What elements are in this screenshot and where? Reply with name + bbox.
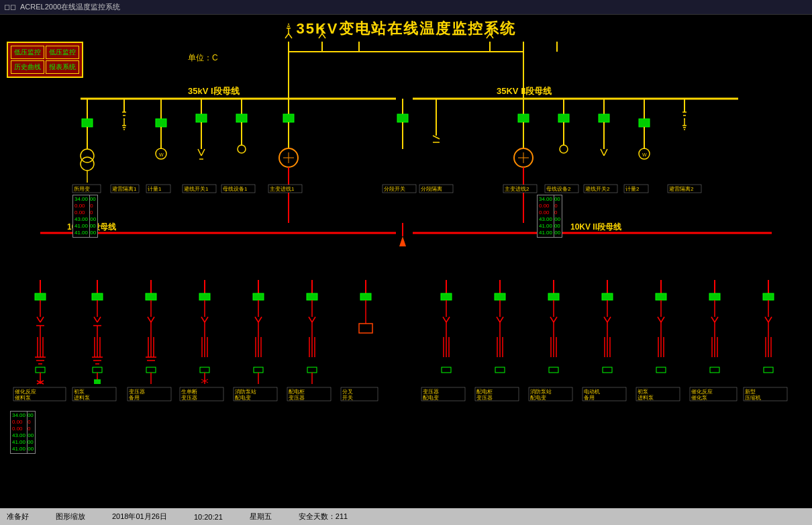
meas-maintrans-2: 34.00 0.00 0.00 43.00 41.00 41.00: [72, 195, 90, 238]
svg-rect-156: [93, 367, 102, 373]
svg-rect-252: [656, 293, 666, 300]
svg-line-146: [94, 317, 97, 322]
svg-marker-98: [399, 236, 406, 246]
svg-text:初泵: 初泵: [74, 389, 85, 395]
app-icon: ◻◻: [4, 3, 16, 11]
svg-rect-47: [236, 114, 247, 122]
bus35kv-2-label: 35KV II段母线: [497, 86, 552, 96]
svg-text:压缩机: 压缩机: [745, 395, 761, 401]
svg-text:10KV II段母线: 10KV II段母线: [570, 222, 622, 232]
svg-line-77: [601, 149, 604, 156]
svg-rect-194: [254, 367, 263, 373]
svg-text:消防泵站: 消防泵站: [530, 389, 552, 395]
svg-rect-160: [146, 293, 156, 300]
svg-line-264: [711, 317, 715, 322]
svg-line-214: [443, 317, 446, 322]
svg-rect-36: [156, 119, 166, 127]
svg-text:催化反应: 催化反应: [691, 389, 713, 395]
svg-text:变压器: 变压器: [476, 395, 493, 401]
svg-line-61: [433, 136, 440, 139]
svg-rect-58: [397, 114, 408, 122]
svg-text:进料泵: 进料泵: [638, 395, 654, 401]
title-bar: ◻◻ ACREL2000在线温度监控系统: [0, 0, 812, 15]
svg-line-255: [661, 317, 664, 322]
svg-rect-262: [709, 293, 720, 300]
svg-text:所用变: 所用变: [74, 186, 90, 192]
svg-text:开关: 开关: [342, 395, 353, 401]
svg-point-24: [81, 149, 94, 162]
svg-text:初泵: 初泵: [638, 389, 648, 395]
svg-text:避雷隔离2: 避雷隔离2: [669, 186, 694, 192]
svg-line-78: [604, 149, 607, 156]
svg-line-43: [198, 149, 201, 156]
svg-text:催化泵: 催化泵: [691, 395, 707, 401]
svg-text:变压器: 变压器: [289, 395, 305, 401]
svg-rect-205: [307, 367, 317, 373]
svg-text:避线开关2: 避线开关2: [585, 186, 610, 192]
svg-text:分叉: 分叉: [342, 389, 353, 395]
svg-line-254: [658, 317, 661, 322]
svg-rect-222: [495, 293, 505, 300]
svg-text:母线设备1: 母线设备1: [223, 186, 248, 192]
status-date: 2018年01月26日: [112, 512, 167, 522]
svg-text:W: W: [642, 152, 647, 157]
svg-rect-158: [94, 379, 101, 384]
svg-text:避线开关1: 避线开关1: [184, 186, 209, 192]
svg-text:配电变: 配电变: [235, 395, 251, 401]
main-area: 35KV变电站在线温度监控系统 低压监控 低压监控 历史曲线 报表系统 单位：C…: [0, 15, 812, 508]
svg-text:备用: 备用: [584, 395, 595, 401]
svg-rect-232: [548, 293, 559, 300]
app-title: ACREL2000在线温度监控系统: [20, 2, 120, 12]
svg-text:分段开关: 分段开关: [384, 186, 405, 192]
svg-rect-71: [558, 114, 569, 122]
svg-text:变压器: 变压器: [423, 389, 439, 395]
svg-rect-144: [92, 293, 103, 300]
svg-rect-139: [36, 367, 45, 373]
svg-text:配电柜: 配电柜: [289, 389, 305, 395]
svg-rect-230: [495, 367, 505, 373]
svg-text:计量1: 计量1: [148, 186, 162, 192]
status-bar: 准备好 图形缩放 2018年01月26日 10:20:21 星期五 安全天数：2…: [0, 508, 812, 525]
svg-text:配电柜: 配电柜: [476, 389, 493, 395]
svg-rect-186: [253, 293, 264, 300]
schematic-10kv: 催化反应 催料泵 初泵 进料泵 变压器 备用 生单断 变压器 消防泵站 配电变 …: [0, 280, 812, 468]
svg-rect-210: [359, 324, 372, 333]
svg-line-199: [309, 317, 312, 322]
svg-rect-173: [199, 293, 210, 300]
svg-rect-270: [710, 367, 719, 373]
svg-text:催化反应: 催化反应: [15, 389, 36, 395]
status-time: 10:20:21: [194, 513, 223, 521]
svg-line-189: [258, 317, 262, 322]
svg-line-200: [312, 317, 315, 322]
svg-rect-41: [196, 114, 207, 122]
svg-text:消防泵站: 消防泵站: [235, 389, 256, 395]
svg-line-235: [554, 317, 557, 322]
status-weekday: 星期五: [250, 512, 272, 522]
svg-text:配电变: 配电变: [423, 395, 439, 401]
svg-line-244: [604, 317, 607, 322]
schematic-35kv: 35kV I段母线 35KV II段母线: [0, 15, 812, 277]
svg-rect-240: [549, 367, 558, 373]
svg-point-73: [560, 145, 568, 153]
svg-line-44: [201, 149, 205, 156]
svg-text:生单断: 生单断: [181, 389, 197, 395]
svg-rect-75: [599, 114, 609, 122]
svg-point-49: [238, 145, 246, 153]
svg-text:计量2: 计量2: [625, 186, 640, 192]
svg-line-274: [765, 317, 768, 322]
svg-rect-197: [307, 293, 317, 300]
svg-line-225: [500, 317, 503, 322]
svg-text:W: W: [159, 152, 164, 157]
svg-line-129: [37, 317, 40, 322]
svg-rect-220: [442, 367, 451, 373]
meas-lightning-2: 34.00 0.00 0.00 43.00 41.00 41.00: [537, 195, 554, 238]
svg-point-25: [81, 157, 94, 171]
svg-text:电动机: 电动机: [584, 389, 600, 395]
svg-line-265: [715, 317, 718, 322]
svg-text:变压器: 变压器: [129, 389, 145, 395]
svg-text:配电变: 配电变: [530, 395, 546, 401]
svg-rect-64: [518, 114, 529, 122]
svg-line-147: [97, 317, 101, 322]
svg-text:催料泵: 催料泵: [15, 395, 31, 401]
svg-line-234: [550, 317, 554, 322]
